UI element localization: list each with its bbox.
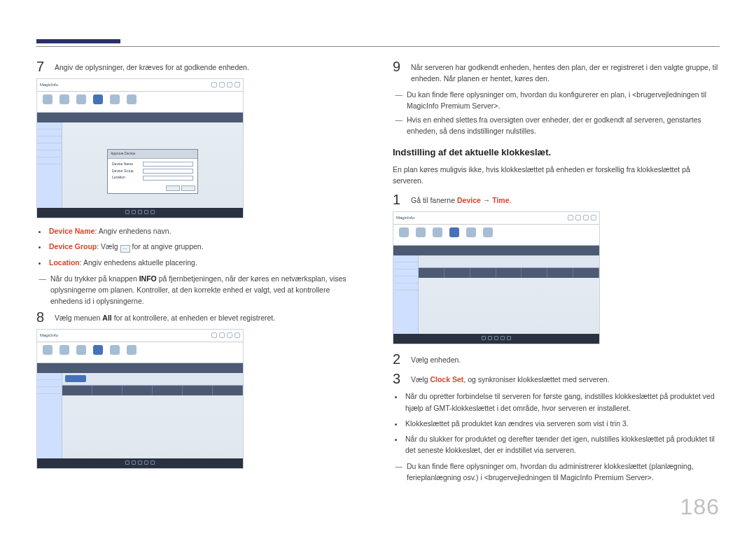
text: . [509,196,511,204]
dialog-field [143,176,193,181]
shot-top-right [211,82,240,87]
step-1: 1 Gå til fanerne Device → Time. [393,192,720,207]
step-text: Gå til fanerne Device → Time. [411,192,511,207]
toolbar-icon [93,345,103,355]
dialog-label: Device Group [112,169,140,174]
toolbar-icon [483,227,493,237]
shot-toolbar [393,225,599,246]
page-number: 186 [680,494,720,520]
toolbar-icon [76,94,86,104]
shot-bar [37,363,243,373]
note-text: Når du trykker på knappen INFO på fjernb… [50,273,363,307]
red-label: Location [49,258,80,267]
step-3: 3 Vælg Clock Set, og synkroniser klokkes… [393,371,720,386]
section-subtext: En plan køres muligvis ikke, hvis klokke… [393,164,720,187]
shot-top-right [568,215,596,220]
list-item: Location: Angiv enhedens aktuelle placer… [48,257,363,268]
shot-footer [393,334,599,344]
bullet-list: Når du opretter forbindelse til serveren… [404,391,720,456]
text: : Vælg [97,242,120,251]
step-number: 1 [393,192,404,207]
toolbar-icon [59,345,69,355]
step-8: 8 Vælg menuen All for at kontrollere, at… [36,309,363,325]
shot-listarea [419,255,599,268]
dialog-field [143,162,193,167]
section-heading: Indstilling af det aktuelle klokkeslæt. [393,146,720,160]
red-label: Device Name [49,227,94,235]
dash-mark: ― [393,114,402,137]
toolbar-icon [449,227,459,237]
shot-tabbar [419,268,599,278]
text: for at angive gruppen. [130,242,204,251]
list-item: Når du opretter forbindelse til serveren… [404,391,720,414]
text: → [481,196,492,204]
shot-bar [393,246,599,255]
note-dash: ― Du kan finde flere oplysninger om, hvo… [393,461,720,484]
red-label: Device [457,196,481,204]
shot-sidebar [37,122,62,208]
toolbar-icon [399,227,409,237]
shot-sidebar [37,373,62,458]
step-number: 9 [393,59,404,85]
note-dash: ― Du kan finde flere oplysninger om, hvo… [393,89,720,112]
list-item: Device Group: Vælg ··· for at angive gru… [48,241,363,253]
bold-text: INFO [139,274,157,283]
note-text: Du kan finde flere oplysninger om, hvord… [407,461,720,484]
text: : Angiv enhedens navn. [94,227,171,235]
step-text: Vælg enheden. [411,351,461,367]
toolbar-icon [59,94,69,104]
text: Vælg menuen [55,314,102,322]
red-label: Device Group [49,242,97,251]
step-2: 2 Vælg enheden. [393,351,720,367]
step-number: 8 [36,309,48,325]
step-9: 9 Når serveren har godkendt enheden, hen… [393,59,720,85]
dash-mark: ― [393,89,402,112]
step-text: Når serveren har godkendt enheden, hente… [411,59,720,85]
text: Gå til fanerne [411,196,457,204]
toolbar-icon [110,94,120,104]
toolbar-icon [76,345,86,355]
right-column: 9 Når serveren har godkendt enheden, hen… [393,39,720,486]
text: for at kontrollere, at enheden er blevet… [112,314,275,322]
shot-top-right [211,332,240,338]
step-text: Vælg Clock Set, og synkroniser klokkeslæ… [411,371,610,386]
toolbar-icon [127,94,136,104]
screenshot-device-list: MagicInfo [36,329,244,469]
toolbar-icon [110,345,120,355]
list-item: Klokkeslættet på produktet kan ændres vi… [404,418,720,429]
toolbar-icon [416,227,426,237]
dash-mark: ― [36,273,46,307]
shot-bar [37,113,243,122]
shot-sidebar [393,255,419,334]
screenshot-device-approve: MagicInfo Approve Device Device Name Dev… [36,78,244,218]
approve-dialog: Approve Device Device Name Device Group … [107,149,198,194]
dialog-label: Location [112,175,140,181]
note-text: Hvis en enhed slettes fra oversigten ove… [407,114,720,137]
red-label: Clock Set [430,375,463,384]
screenshot-device-time: MagicInfo [393,211,600,344]
group-select-icon: ··· [120,245,130,253]
shot-footer [37,458,243,468]
list-item: Device Name: Angiv enhedens navn. [48,225,363,237]
text: Vælg [411,375,430,384]
step-7: 7 Angiv de oplysninger, der kræves for a… [36,59,363,74]
page-body: 7 Angiv de oplysninger, der kræves for a… [0,0,756,507]
shot-toolbar [37,92,243,113]
red-label: Time [492,196,509,204]
note-dash: ― Når du trykker på knappen INFO på fjer… [36,273,363,307]
bullet-list: Device Name: Angiv enhedens navn. Device… [48,225,363,269]
toolbar-icon [43,345,52,355]
dialog-header: Approve Device [108,150,197,159]
note-dash: ― Hvis en enhed slettes fra oversigten o… [393,114,720,137]
toolbar-icon [93,94,103,104]
toolbar-icon [127,345,136,355]
text: , og synkroniser klokkeslættet med serve… [463,375,609,384]
dialog-field [143,169,193,174]
list-item: Når du slukker for produktet og derefter… [404,433,720,456]
text: : Angiv enhedens aktuelle placering. [80,258,197,267]
step-number: 7 [36,59,48,74]
step-number: 3 [393,371,404,386]
shot-button [65,375,86,382]
dialog-buttons [166,185,195,191]
left-column: 7 Angiv de oplysninger, der kræves for a… [36,39,363,486]
